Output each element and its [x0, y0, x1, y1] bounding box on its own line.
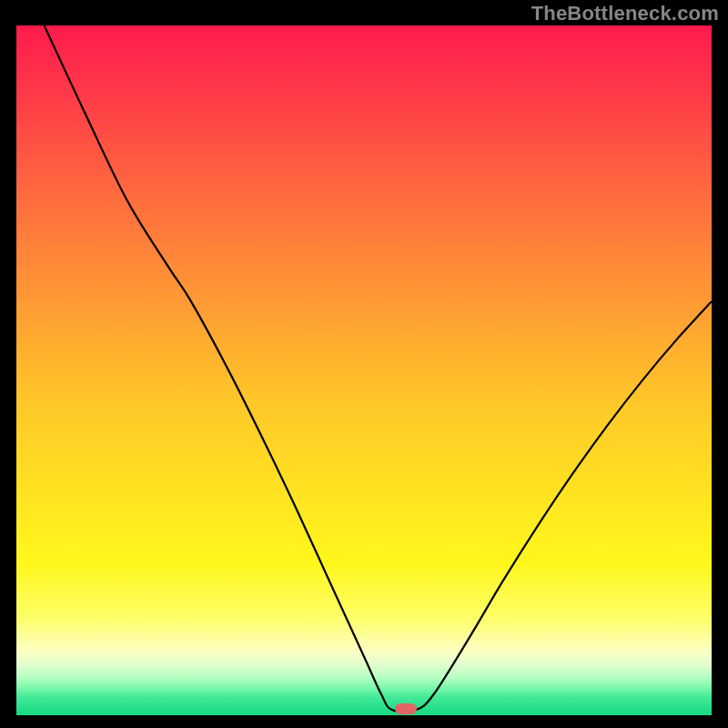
bottleneck-curve [16, 25, 712, 715]
minimum-marker [395, 703, 417, 714]
chart-frame [16, 25, 712, 715]
watermark-text: TheBottleneck.com [531, 2, 719, 25]
